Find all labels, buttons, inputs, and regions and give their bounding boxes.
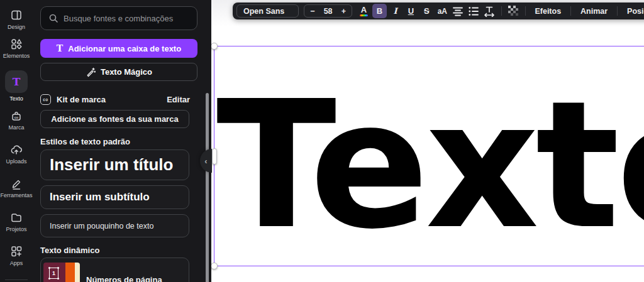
page-numbers-item[interactable]: 1 Números de página: [40, 258, 189, 282]
sidebar-item-label: Marca: [8, 124, 24, 131]
animate-button[interactable]: Animar: [575, 7, 613, 16]
rainbow-color-bar-icon: [360, 14, 368, 16]
toolbar-divider: [570, 6, 571, 16]
magic-wand-icon: [86, 67, 96, 77]
insert-body-text-button[interactable]: Inserir um pouquinho de texto: [40, 214, 189, 237]
align-center-icon: [452, 6, 464, 16]
panel-scrollbar[interactable]: [206, 93, 209, 282]
dynamic-text-heading: Texto dinâmico: [40, 246, 99, 255]
brand-kit-icon: co: [40, 94, 51, 105]
font-name: Open Sans: [243, 7, 284, 16]
font-size-value[interactable]: 58: [324, 7, 333, 16]
active-tab-tile: T: [5, 70, 28, 93]
decrease-size-button[interactable]: −: [310, 7, 314, 16]
thumb-maroon-panel: 1: [43, 263, 65, 282]
page-number-glyph: 1: [52, 270, 55, 276]
toolbar-divider: [617, 6, 618, 16]
text-color-glyph: A: [361, 6, 367, 14]
increase-size-button[interactable]: +: [341, 7, 346, 16]
resize-handle-top-left[interactable]: [211, 43, 218, 50]
text-panel: T Adicionar uma caixa de texto Texto Mág…: [33, 0, 211, 282]
magic-text-button[interactable]: Texto Mágico: [40, 63, 197, 81]
chevron-left-icon: ‹: [204, 156, 207, 166]
sidebar-item-elementos[interactable]: Elementos: [0, 38, 33, 59]
letter-spacing-icon: [483, 6, 496, 17]
sidebar-item-apps[interactable]: Apps: [0, 245, 33, 266]
upload-cloud-icon: [10, 143, 23, 156]
pen-tool-icon: [10, 177, 23, 190]
sidebar-item-uploads[interactable]: Uploads: [0, 143, 33, 165]
sidebar-item-label: Elementos: [3, 53, 30, 59]
font-size-stepper: − 58 +: [304, 4, 352, 18]
font-selector[interactable]: Open Sans: [236, 4, 299, 18]
text-case-button[interactable]: aA: [435, 4, 450, 18]
add-text-box-label: Adicionar uma caixa de texto: [68, 44, 181, 53]
position-button[interactable]: Posição: [621, 7, 644, 16]
text-box-icon: T: [57, 43, 63, 53]
search-icon: [48, 13, 58, 23]
thumb-cream-stripe: [75, 263, 80, 282]
rail-divider: [5, 279, 28, 280]
sidebar-item-marca[interactable]: co Marca: [0, 109, 33, 131]
strikethrough-button[interactable]: S: [419, 4, 434, 18]
brand-kit-edit-button[interactable]: Editar: [167, 95, 190, 104]
toolbar-divider: [525, 6, 526, 16]
page-number-frame-icon: 1: [49, 268, 58, 279]
selection-box[interactable]: [214, 46, 644, 266]
underline-button[interactable]: U: [404, 4, 418, 18]
sidebar-item-label: Apps: [10, 260, 23, 266]
page-numbers-thumbnail: 1: [43, 263, 80, 282]
text-icon: T: [13, 75, 21, 88]
apps-grid-icon: [10, 245, 23, 258]
resize-handle-left[interactable]: [212, 148, 217, 165]
text-color-button[interactable]: A: [357, 4, 371, 18]
sidebar-item-label: Projetos: [6, 226, 26, 232]
toolbar-divider: [501, 6, 502, 16]
svg-text:co: co: [14, 116, 19, 119]
search-input[interactable]: [64, 14, 189, 23]
elements-icon: [10, 38, 23, 50]
insert-subtitle-button[interactable]: Inserir um subtítulo: [40, 185, 189, 209]
sidebar-item-ferramentas[interactable]: Ferramentas: [0, 177, 33, 198]
folder-icon: [10, 211, 23, 224]
default-styles-heading: Estilos de texto padrão: [40, 137, 130, 146]
sidebar-item-texto[interactable]: T Texto: [0, 70, 33, 102]
add-brand-fonts-button[interactable]: Adicione as fontes da sua marca: [40, 110, 189, 128]
sidebar-item-label: Texto: [9, 95, 23, 102]
sidebar-item-label: Uploads: [6, 158, 26, 165]
design-icon: [10, 9, 23, 21]
resize-handle-bottom-left[interactable]: [211, 263, 218, 269]
font-search-box[interactable]: [40, 6, 197, 30]
sidebar-rail: Design Elementos T Texto: [0, 0, 33, 282]
transparency-checkerboard-icon: [508, 6, 519, 16]
effects-button[interactable]: Efeitos: [529, 7, 567, 16]
brand-kit-row: co Kit de marca Editar: [40, 93, 190, 106]
transparency-button[interactable]: [506, 4, 521, 18]
brand-kit-title: Kit de marca: [57, 95, 161, 104]
bold-button[interactable]: B: [372, 4, 387, 18]
design-canvas[interactable]: Texto: [211, 0, 644, 282]
italic-button[interactable]: I: [388, 4, 402, 18]
thumb-orange-stripe: [65, 263, 75, 282]
alignment-button[interactable]: [451, 4, 465, 18]
sidebar-item-design[interactable]: Design: [0, 9, 33, 30]
spacing-button[interactable]: [482, 4, 497, 18]
insert-title-button[interactable]: Inserir um título: [40, 149, 189, 180]
list-button[interactable]: [467, 4, 481, 18]
sidebar-item-label: Design: [8, 24, 25, 30]
magic-text-label: Texto Mágico: [101, 67, 152, 77]
bullet-list-icon: [468, 6, 479, 16]
brand-icon: co: [10, 109, 23, 122]
sidebar-item-label: Ferramentas: [0, 192, 32, 198]
sidebar-item-projetos[interactable]: Projetos: [0, 211, 33, 232]
add-text-box-button[interactable]: T Adicionar uma caixa de texto: [40, 39, 197, 58]
page-numbers-label: Números de página: [86, 275, 162, 282]
canva-editor: Texto Open Sans − 58 + A B I U S aA: [0, 0, 644, 282]
text-toolbar: Open Sans − 58 + A B I U S aA: [233, 3, 644, 19]
